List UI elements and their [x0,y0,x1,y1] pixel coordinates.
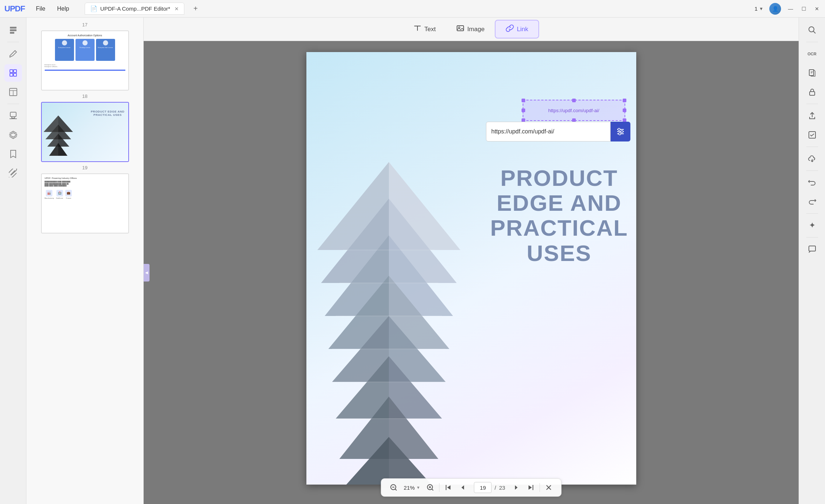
main-layout: 17 Account Authorization Options Enterpr… [0,18,825,504]
maximize-button[interactable]: ☐ [800,5,807,12]
next-page-button[interactable] [509,481,523,494]
svg-rect-66 [810,92,815,95]
url-edit-popup: https://updf.com/updf-ai/ [486,122,630,141]
svg-rect-68 [809,246,815,251]
colorful-icon[interactable]: ✦ [803,217,821,234]
sidebar-edit-mode-icon[interactable] [4,64,22,82]
close-button[interactable]: ✕ [813,5,821,12]
check-icon[interactable] [803,126,821,144]
comment-icon[interactable] [803,240,821,258]
text-tool-button[interactable]: Text [403,21,446,38]
image-tool-label: Image [467,26,485,33]
page-extract-icon[interactable] [803,64,821,82]
svg-rect-1 [10,29,16,31]
divider4 [806,170,818,171]
page-title: PRODUCT EDGE AND PRACTICAL USES [482,166,636,266]
ocr-button[interactable]: OCR [803,45,821,63]
page-indicator: 1 ▼ [755,5,763,12]
divider [806,42,818,42]
link-tool-icon [506,24,514,34]
zoom-value[interactable]: 21% ▼ [402,485,423,491]
last-page-button[interactable] [524,481,537,494]
zoom-dropdown-icon[interactable]: ▼ [416,485,420,490]
chevron-down-icon[interactable]: ▼ [759,6,763,11]
close-status-button[interactable] [542,481,555,494]
tab-label: UPDF-A Comp...PDF Editor* [100,5,170,12]
avatar: 👤 [769,3,781,15]
sidebar-text-edit-icon[interactable] [4,45,22,63]
sidebar-table-icon[interactable] [4,83,22,101]
sidebar-layers-icon[interactable] [4,126,22,144]
svg-rect-3 [10,70,13,73]
minimize-button[interactable]: — [787,5,794,12]
canvas-area[interactable]: ◀ [144,41,799,504]
svg-line-64 [813,31,815,33]
thumb-page-18[interactable]: PRODUCT EDGE ANDPRACTICAL USES [41,102,129,162]
tab-close-button[interactable]: ✕ [174,6,179,12]
divider2 [806,104,818,104]
help-menu[interactable]: Help [52,4,74,14]
thumb-17-content: Account Authorization Options Enterprise… [42,31,128,90]
url-settings-button[interactable] [611,122,630,141]
first-page-button[interactable] [442,481,455,494]
svg-point-49 [618,128,620,130]
file-menu[interactable]: File [31,4,51,14]
zoom-out-button[interactable] [387,481,400,494]
sidebar-pages-icon[interactable] [4,21,22,39]
svg-point-50 [621,130,623,133]
image-tool-button[interactable]: Image [446,21,495,38]
status-bar: 21% ▼ [381,478,562,497]
resize-handle-lm[interactable] [522,108,525,112]
main-content: Text Image [144,18,799,504]
left-sidebar [0,18,26,504]
right-sidebar: OCR [799,18,825,504]
thumb-19-content: UPDF: Powering Industry Offices ████████… [42,174,128,233]
page-separator: / [495,485,496,491]
svg-rect-21 [417,26,418,31]
save-cloud-icon[interactable] [803,150,821,168]
divider [439,483,440,492]
prev-page-button[interactable] [457,481,470,494]
resize-handle-tm[interactable] [572,99,576,102]
divider3 [806,147,818,147]
page-navigation: 19 / 23 [471,482,508,493]
text-tool-icon [413,24,421,34]
lock-icon[interactable] [803,83,821,101]
thumb-18-content: PRODUCT EDGE ANDPRACTICAL USES [42,103,128,161]
thumb-page-19[interactable]: UPDF: Powering Industry Offices ████████… [41,173,129,233]
url-input[interactable]: https://updf.com/updf-ai/ [486,122,611,141]
new-tab-button[interactable]: + [190,4,200,14]
sidebar-stamp-icon[interactable] [4,107,22,125]
zoom-in-button[interactable] [424,481,437,494]
thumb-page-17[interactable]: Account Authorization Options Enterprise… [41,30,129,91]
resize-handle-rm[interactable] [623,108,626,112]
link-tool-label: Link [517,26,528,33]
svg-line-58 [432,489,434,490]
thumb-page-18-num: 18 [82,93,87,99]
svg-rect-2 [10,32,14,34]
image-tool-icon [456,24,464,34]
sidebar-bookmark-icon[interactable] [4,145,22,163]
pdf-page: PRODUCT EDGE AND PRACTICAL USES https://… [306,52,636,485]
active-tab[interactable]: 📄 UPDF-A Comp...PDF Editor* ✕ [85,3,185,15]
text-tool-label: Text [424,26,436,33]
svg-rect-5 [10,73,13,76]
svg-line-54 [395,489,397,490]
resize-handle-tl[interactable] [522,99,525,102]
svg-rect-4 [14,70,16,73]
link-url-text: https://updf.com/updf-ai/ [548,108,599,113]
divider5 [806,213,818,214]
divider6 [806,237,818,238]
undo-icon[interactable] [803,174,821,191]
link-selection-box[interactable]: https://updf.com/updf-ai/ [523,100,625,121]
current-page-input[interactable]: 19 [474,482,492,493]
resize-handle-tr[interactable] [623,99,626,102]
link-tool-button[interactable]: Link [495,20,539,38]
svg-rect-65 [809,70,814,76]
panel-toggle-arrow[interactable]: ◀ [144,264,150,282]
redo-icon[interactable] [803,193,821,210]
search-icon[interactable] [803,21,821,39]
share-icon[interactable] [803,107,821,125]
sidebar-attachment-icon[interactable] [4,164,22,182]
thumb-page-19-num: 19 [82,165,87,170]
